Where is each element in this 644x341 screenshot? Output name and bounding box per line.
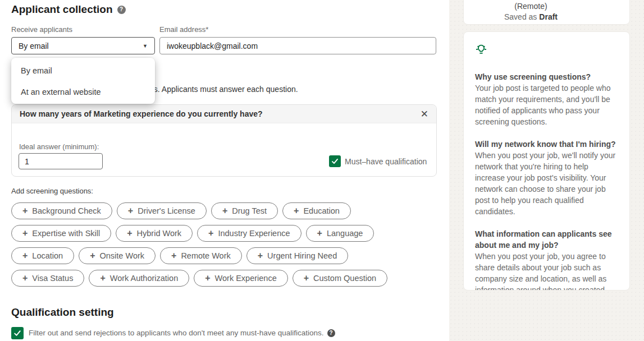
check-icon [13, 329, 22, 338]
plus-icon: + [208, 229, 213, 238]
pill-row: +Location+Onsite Work+Remote Work+Urgent… [11, 247, 387, 264]
pill-label: Work Authorization [110, 274, 178, 283]
tip-answer: When you post your job, we'll notify you… [475, 150, 618, 217]
screening-questions-note-partial: ns. Applicants must answer each question… [149, 85, 298, 94]
add-question-pill[interactable]: +Visa Status [11, 270, 84, 287]
add-question-pill[interactable]: +Education [282, 202, 351, 219]
job-post-form-screen: Applicant collection ? Receive applicant… [0, 0, 644, 341]
tip-answer: Your job post is targeted to people who … [475, 82, 618, 127]
tip-question: Why use screening questions? [475, 71, 618, 82]
plus-icon: + [22, 206, 28, 215]
plus-icon: + [128, 206, 133, 215]
saved-status: Saved asDraft [463, 12, 614, 21]
ideal-answer-label: Ideal answer (minimum): [19, 142, 99, 151]
add-question-pill[interactable]: +Driver's License [117, 202, 207, 219]
applicant-collection-title: Applicant collection [11, 3, 113, 16]
tip-answer: When you post your job, you agree to sha… [475, 251, 618, 291]
plus-icon: + [22, 229, 28, 238]
add-question-pill[interactable]: +Work Experience [194, 270, 287, 287]
add-question-pill[interactable]: +Background Check [11, 202, 112, 219]
pill-row: +Expertise with Skill+Hybrid Work+Indust… [11, 225, 387, 242]
receive-applicants-select[interactable]: By email ▼ [11, 37, 155, 54]
plus-icon: + [22, 251, 28, 260]
check-icon [331, 157, 339, 165]
add-question-pill[interactable]: +Expertise with Skill [11, 225, 111, 242]
must-have-checkbox[interactable] [329, 155, 341, 167]
page-title: Applicant collection ? [11, 3, 126, 16]
add-question-pill[interactable]: +Industry Experience [197, 225, 302, 242]
close-icon[interactable]: ✕ [421, 109, 428, 119]
add-question-pill[interactable]: +Location [11, 247, 74, 264]
plus-icon: + [90, 251, 95, 260]
pill-label: Background Check [32, 206, 101, 215]
pill-label: Location [32, 251, 63, 260]
email-address-label: Email address* [159, 25, 208, 34]
plus-icon: + [304, 274, 309, 283]
pill-label: Drug Test [232, 206, 267, 215]
dropdown-option[interactable]: At an external website [11, 81, 155, 103]
add-question-pill[interactable]: +Hybrid Work [116, 225, 193, 242]
add-question-pill[interactable]: +Custom Question [293, 270, 387, 287]
pill-label: Custom Question [313, 274, 376, 283]
ideal-answer-input[interactable] [19, 153, 103, 169]
add-question-pill[interactable]: +Onsite Work [79, 247, 156, 264]
plus-icon: + [222, 206, 227, 215]
draft-badge: Draft [539, 12, 558, 21]
plus-icon: + [171, 251, 176, 260]
pill-row: +Visa Status+Work Authorization+Work Exp… [11, 270, 387, 287]
pill-label: Visa Status [32, 274, 73, 283]
add-question-pill[interactable]: +Urgent Hiring Need [246, 247, 348, 264]
pill-row: +Background Check+Driver's License+Drug … [11, 202, 387, 219]
tip-question: What information can applicants see abou… [475, 228, 618, 251]
filter-setting-row: Filter out and send rejections to applic… [11, 327, 335, 339]
pill-label: Industry Experience [218, 229, 290, 238]
tips-card: Why use screening questions?Your job pos… [463, 31, 630, 291]
right-sidebar: (Remote) Saved asDraft Why use screening… [449, 0, 644, 341]
receive-applicants-dropdown: By emailAt an external website [11, 58, 155, 104]
plus-icon: + [22, 274, 28, 283]
pill-label: Education [303, 206, 340, 215]
chevron-down-icon: ▼ [143, 43, 148, 49]
screening-question-header: How many years of Marketing experience d… [12, 105, 436, 123]
help-icon[interactable]: ? [327, 329, 335, 337]
job-title-partial: (Remote) [463, 2, 614, 11]
screening-question-text: How many years of Marketing experience d… [20, 109, 263, 118]
pill-label: Language [327, 229, 363, 238]
pill-label: Urgent Hiring Need [267, 251, 337, 260]
pill-label: Expertise with Skill [32, 229, 100, 238]
screening-question-card: How many years of Marketing experience d… [11, 104, 437, 177]
pill-label: Work Experience [215, 274, 277, 283]
plus-icon: + [317, 229, 322, 238]
plus-icon: + [294, 206, 299, 215]
receive-applicants-label: Receive applicants [11, 25, 72, 34]
pill-label: Driver's License [138, 206, 195, 215]
pill-label: Remote Work [181, 251, 230, 260]
qualification-setting-title: Qualification setting [11, 306, 114, 319]
plus-icon: + [127, 229, 132, 238]
email-address-input[interactable] [159, 37, 436, 54]
saved-as-text: Saved as [504, 12, 537, 21]
plus-icon: + [258, 251, 263, 260]
add-screening-questions-label: Add screening questions: [11, 187, 93, 195]
filter-rejections-label: Filter out and send rejections to applic… [29, 329, 324, 337]
filter-rejections-checkbox[interactable] [11, 327, 24, 339]
add-question-pill[interactable]: +Remote Work [160, 247, 242, 264]
plus-icon: + [100, 274, 105, 283]
pill-rows: +Background Check+Driver's License+Drug … [11, 202, 387, 292]
pill-label: Onsite Work [100, 251, 145, 260]
help-icon[interactable]: ? [117, 6, 126, 14]
receive-applicants-selected-value: By email [19, 42, 49, 50]
lightbulb-icon [475, 43, 487, 56]
plus-icon: + [205, 274, 210, 283]
dropdown-option[interactable]: By email [11, 60, 155, 81]
add-question-pill[interactable]: +Work Authorization [89, 270, 189, 287]
add-question-pill[interactable]: +Drug Test [211, 202, 278, 219]
add-question-pill[interactable]: +Language [306, 225, 374, 242]
draft-status-card: (Remote) Saved asDraft [463, 0, 630, 25]
must-have-label: Must–have qualification [345, 157, 427, 166]
tips-list: Why use screening questions?Your job pos… [475, 71, 618, 291]
pill-label: Hybrid Work [137, 229, 182, 238]
receive-dropdown-list: By emailAt an external website [11, 60, 155, 103]
tip-question: Will my network know that I'm hiring? [475, 139, 618, 150]
